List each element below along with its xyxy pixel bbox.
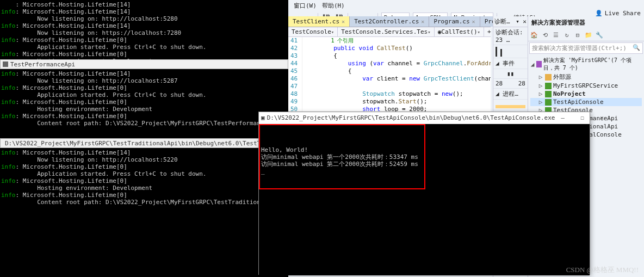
tab-Program.cs[interactable]: Program.cs✕	[429, 16, 480, 27]
diag-counts: 2828	[493, 79, 528, 89]
diag-session: 诊断会话: 23 …	[493, 27, 528, 45]
popup-titlebar[interactable]: ▣ D:\VS2022_Project\MyFirstGRPC\TestApiC…	[259, 112, 590, 124]
watermark: CSDN @格格巫 MMQ!!	[566, 265, 639, 275]
tab-TestClient.cs[interactable]: TestClient.cs✕	[288, 16, 350, 27]
project-NoProject[interactable]: ▷NoProject	[530, 90, 642, 98]
console-testtraditionalapi: info: Microsoft.Hosting.Lifetime[14] Now…	[0, 148, 288, 277]
pause-icon[interactable]: ▮▮	[493, 69, 528, 79]
nav-member-dropdown[interactable]: ◉ CallTest()▾	[435, 27, 484, 36]
project-TestApiConsole[interactable]: ▷TestApiConsole	[530, 98, 642, 106]
testapiconsole-window[interactable]: ▣ D:\VS2022_Project\MyFirstGRPC\TestApiC…	[258, 112, 590, 275]
diag-process[interactable]: ◢ 进程…	[493, 89, 528, 100]
titlebar-testtraditionalapi[interactable]: D:\VS2022_Project\MyFirstGRPC\TestTradit…	[0, 138, 288, 148]
app-icon	[3, 61, 8, 67]
popup-console: Hello, World! 访问minimal webapi 第一个2000次共…	[259, 124, 590, 275]
close-button[interactable]: ✕	[594, 112, 609, 124]
nav-project-dropdown[interactable]: TestConsole▾	[288, 27, 338, 36]
solution-toolbar: 🏠 ⟲ ☰ ↻ ⊟ 📁 🔧	[528, 29, 644, 41]
nav-class-dropdown[interactable]: TestConsole.Services.Tes▾	[338, 27, 434, 36]
titlebar-testperformanceapi[interactable]: TestPerformanceApi	[0, 59, 288, 69]
diag-events[interactable]: ◢ 事件	[493, 58, 528, 69]
solution-root[interactable]: ◢ 解决方案 'MyFirstGRPC'(7 个项目，共 7 个)	[530, 56, 642, 72]
menu-help[interactable]: 帮助(H)	[322, 2, 345, 10]
solution-search-input[interactable]: 搜索解决方案资源管理器(Ctrl+;)🔍	[529, 42, 643, 54]
sync-icon[interactable]: ⟲	[540, 30, 550, 40]
diag-title: 诊断…	[494, 17, 510, 26]
console-grpc-service: : Microsoft.Hosting.Lifetime[14] info: M…	[0, 0, 288, 59]
menu-window[interactable]: 窗口(W)	[294, 2, 317, 10]
refresh-icon[interactable]: ↻	[562, 30, 572, 40]
console-testperformanceapi: info: Microsoft.Hosting.Lifetime[14] Now…	[0, 69, 288, 128]
project-MyFirstGRPCService[interactable]: ▷MyFirstGRPCService	[530, 82, 642, 90]
tab-Test2Controller.cs[interactable]: Test2Controller.cs✕	[350, 16, 429, 27]
properties-icon[interactable]: 🔧	[595, 30, 604, 40]
code-area[interactable]: 1 个引用 public void CallTest() { using (va…	[302, 37, 491, 123]
close-icon[interactable]: ✕	[342, 19, 345, 24]
line-gutter: 41 42 43 44 45 46 47 48 49 50	[288, 37, 302, 123]
popup-title: D:\VS2022_Project\MyFirstGRPC\TestApiCon…	[267, 114, 555, 121]
close-icon[interactable]: ✕	[421, 19, 424, 24]
editor-navbar: TestConsole▾ TestConsole.Services.Tes▾ ◉…	[288, 27, 491, 37]
window-title: TestPerformanceApi	[10, 61, 75, 68]
editor-tabs: TestClient.cs✕Test2Controller.cs✕Program…	[288, 16, 491, 27]
menu-bar: 窗口(W) 帮助(H)	[288, 0, 644, 11]
code-editor[interactable]: 41 42 43 44 45 46 47 48 49 50 1 个引用 publ…	[288, 37, 491, 123]
filter-icon[interactable]: ☰	[551, 30, 561, 40]
minimize-button[interactable]: —	[555, 112, 570, 124]
app-icon: ▣	[261, 114, 265, 121]
home-icon[interactable]: 🏠	[529, 30, 539, 40]
collapse-icon[interactable]: ⊟	[573, 30, 583, 40]
close-icon[interactable]: ✕	[472, 19, 475, 24]
show-all-icon[interactable]: 📁	[584, 30, 593, 40]
project-外部源[interactable]: ▷外部源	[530, 72, 642, 82]
solution-explorer-title: 解决方案资源管理器	[528, 16, 644, 29]
maximize-button[interactable]: ☐	[574, 112, 590, 124]
